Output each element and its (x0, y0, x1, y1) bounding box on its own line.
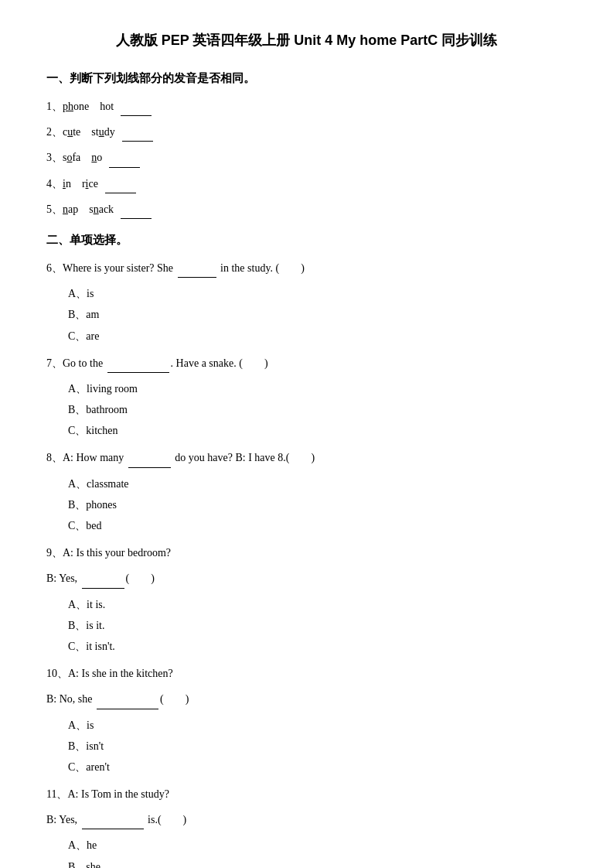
q6-optC: C、are (68, 326, 567, 346)
q6-num: 6、 (46, 262, 63, 274)
q8-row: 8、A: How many do you have? B: I have 8.(… (46, 448, 567, 467)
q10-optC: C、aren't (68, 757, 567, 777)
q2-num: 2、 (46, 126, 63, 138)
page-title: 人教版 PEP 英语四年级上册 Unit 4 My home PartC 同步训… (46, 31, 567, 50)
q9-b-row: B: Yes, ( ) (46, 569, 567, 588)
section2-heading: 二、单项选择。 (46, 233, 567, 248)
q9-num: 9、 (46, 547, 63, 559)
q9-b-text: B: Yes, ( ) (46, 572, 155, 584)
section-1: 一、判断下列划线部分的发音是否相同。 1、phone hot 2、cute st… (46, 71, 567, 219)
q5-num: 5、 (46, 203, 63, 215)
q9-text: A: Is this your bedroom? (63, 547, 171, 559)
q11-optA: A、he (68, 836, 567, 855)
q2-word1: cute (63, 126, 80, 138)
q4-num: 4、 (46, 178, 63, 190)
q10-row: 10、A: Is she in the kitchen? (46, 664, 567, 683)
q6-text: Where is your sister? She in the study. … (63, 262, 305, 274)
q1-num: 1、 (46, 101, 63, 112)
q10-optB: B、isn't (68, 736, 567, 756)
q2-word2: study (91, 126, 114, 138)
q7-text: Go to the . Have a snake. ( ) (63, 357, 268, 369)
q1-word1: phone (63, 101, 89, 112)
q7-optA: A、living room (68, 379, 567, 398)
section-2: 二、单项选择。 6、Where is your sister? She in t… (46, 233, 567, 868)
q4-word1: in (63, 178, 71, 190)
q5-blank (121, 218, 152, 219)
q11-num: 11、 (46, 788, 67, 800)
q11-row: 11、A: Is Tom in the study? (46, 784, 567, 804)
section1-item-1: 1、phone hot (46, 97, 567, 116)
q3-num: 3、 (46, 152, 63, 163)
q3-word2: no (91, 152, 102, 163)
q11-b-row: B: Yes, is.( ) (46, 810, 567, 829)
q5-word2: snack (89, 203, 114, 215)
q8-optA: A、classmate (68, 474, 567, 494)
section1-item-3: 3、sofa no (46, 148, 567, 167)
q8-optB: B、phones (68, 495, 567, 514)
q6-optA: A、is (68, 284, 567, 303)
q8-text: A: How many do you have? B: I have 8.( ) (63, 452, 315, 463)
q8-optC: C、bed (68, 516, 567, 535)
q9-optB: B、is it. (68, 616, 567, 635)
q9-row: 9、A: Is this your bedroom? (46, 543, 567, 562)
q3-word1: sofa (63, 152, 80, 163)
section1-item-4: 4、in rice (46, 174, 567, 193)
q4-word2: rice (82, 178, 98, 190)
q11-optB: B、she (68, 857, 567, 868)
section1-item-5: 5、nap snack (46, 200, 567, 219)
q5-word1: nap (63, 203, 78, 215)
q6-row: 6、Where is your sister? She in the study… (46, 258, 567, 278)
q7-row: 7、Go to the . Have a snake. ( ) (46, 354, 567, 373)
q7-optB: B、bathroom (68, 400, 567, 419)
q10-text: A: Is she in the kitchen? (68, 668, 173, 679)
q3-blank (109, 167, 140, 168)
q10-b-text: B: No, she ( ) (46, 693, 189, 705)
q10-b-row: B: No, she ( ) (46, 689, 567, 709)
q7-num: 7、 (46, 357, 63, 369)
q1-word2: hot (100, 101, 114, 112)
q10-num: 10、 (46, 668, 68, 679)
q8-num: 8、 (46, 452, 63, 463)
q6-optB: B、am (68, 305, 567, 324)
q10-optA: A、is (68, 716, 567, 735)
q2-blank (122, 141, 153, 142)
q1-blank (121, 115, 152, 116)
q9-optC: C、it isn't. (68, 637, 567, 656)
section1-item-2: 2、cute study (46, 122, 567, 142)
q9-optA: A、it is. (68, 595, 567, 614)
section1-heading: 一、判断下列划线部分的发音是否相同。 (46, 71, 567, 86)
q11-text: A: Is Tom in the study? (67, 788, 169, 800)
q11-b-text: B: Yes, is.( ) (46, 814, 186, 825)
q7-optC: C、kitchen (68, 421, 567, 440)
q4-blank (105, 193, 136, 193)
